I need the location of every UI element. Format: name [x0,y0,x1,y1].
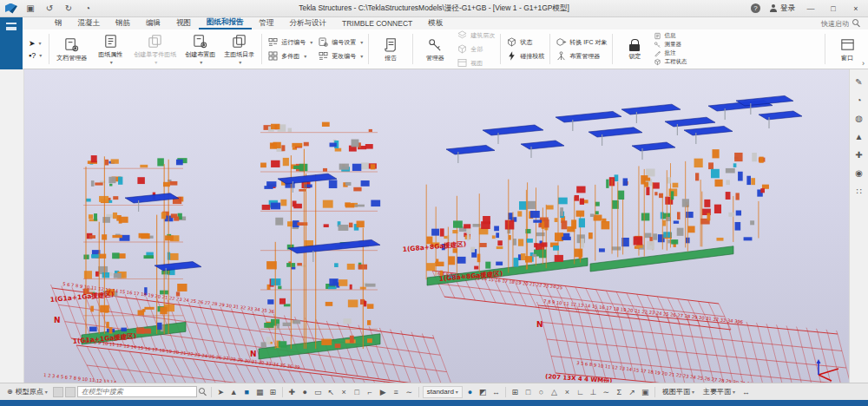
snap-point-icon[interactable]: Σ [614,386,625,398]
snap-toggle-icon[interactable]: ● [464,386,476,398]
snap-point-icon[interactable]: ↗ [627,386,638,398]
north-marker: N [54,316,61,324]
tab-template[interactable]: 模板 [420,17,450,29]
clash-check-button[interactable]: 碰撞校核 [503,50,547,62]
apps-icon[interactable]: ∷ [852,186,866,198]
snap-point-icon[interactable]: ∼ [601,386,612,398]
snap-point-icon[interactable]: ▣ [640,386,651,398]
grid-toggle-button[interactable] [53,387,63,397]
select-component-icon[interactable]: ▦ [254,386,266,398]
status-button[interactable]: 状态 [503,36,547,48]
select-tool-button[interactable]: ➤ [29,39,42,48]
quick-launch[interactable] [753,19,868,28]
select-assembly-icon[interactable]: ▲ [228,386,240,398]
snap-switch-icon[interactable]: ⌐ [365,386,376,398]
master-drawing-catalog-button[interactable]: 主图纸目录 [220,30,259,68]
convert-ifc-button[interactable]: 转换 IFC 对象 [553,36,609,48]
view-plane-dropdown[interactable]: 视图平面 [659,386,698,398]
measure-button[interactable]: 测量器 [654,41,687,49]
model-viewport[interactable]: 1(G1a+1Ga援建区) 1(G1a+1Ga援建区) 1(G8a+8Ga援建区… [24,69,849,383]
save-icon[interactable]: ▣ [24,3,36,13]
snap-point-icon[interactable]: × [562,386,573,398]
redo-icon[interactable]: ↻ [62,3,75,13]
project-status-button[interactable]: 工程状态 [654,58,687,66]
tab-manage[interactable]: 管理 [252,17,282,29]
organizer-button[interactable]: 管理器 [416,30,454,68]
origin-icon: ⊕ [7,388,13,396]
model-origin-dropdown[interactable]: ⊕ 模型原点 [3,386,51,398]
status-bar: ⊕ 模型原点 ➤ ▲ ■ ▦ ⊞ ✚ ● ▭ ↖ × □ ⌐ ▶ ≡ ∼ sta… [0,383,868,400]
snap-switch-icon[interactable]: ● [299,386,311,398]
help-icon[interactable]: ? [751,3,760,13]
master-catalog-label: 主图纸目录 [224,51,254,58]
snap-point-icon[interactable]: ∟ [575,386,586,398]
snap-point-icon[interactable]: △ [549,386,560,398]
select-object-icon[interactable]: ■ [241,386,253,398]
close-button[interactable]: × [849,4,863,13]
drawing-properties-button[interactable]: 图纸属性 [91,30,129,68]
lock-button[interactable]: 锁定 [615,30,654,68]
snap-point-icon[interactable]: ○ [536,386,547,398]
model-search-icon[interactable] [199,388,207,396]
history-icon[interactable]: ◔ [82,3,94,13]
reports-label: 报告 [385,55,397,62]
tab-concrete[interactable]: 混凝土 [70,17,108,29]
snap-switch-icon[interactable]: ↖ [326,386,337,398]
reports-button[interactable]: 报告 [372,30,410,68]
tab-analysis-design[interactable]: 分析与设计 [282,17,335,29]
snap-switch-icon[interactable]: ▶ [378,386,389,398]
create-ga-drawing-button[interactable]: 创建布置图 [181,30,220,68]
snap-point-icon[interactable]: □ [523,386,534,398]
select-all-icon[interactable]: ⊞ [267,386,279,398]
change-numbering-button[interactable]: 更改编号 [315,50,365,62]
left-gutter [0,69,24,383]
info-button[interactable]: 信息 [654,32,687,40]
select-mode-icon[interactable]: ➤ [215,386,227,398]
annotate-button[interactable]: 批注 [654,49,687,57]
plane-swap-icon[interactable]: ↔ [740,386,752,398]
select-filter-tool-button[interactable]: ▪? [29,51,42,60]
snap-point-icon[interactable]: ⊥ [588,386,599,398]
add-pane-icon[interactable]: ✚ [852,149,866,161]
numbering-settings-button[interactable]: 编号设置 [315,36,365,48]
undo-icon[interactable]: ↺ [43,3,56,13]
clash-check-label: 碰撞校核 [520,52,544,61]
tab-drawings-reports[interactable]: 图纸和报告 [199,17,252,29]
selection-filter-dropdown[interactable]: standard [423,386,463,398]
properties-icon[interactable]: ◉ [852,167,866,180]
tab-steel[interactable]: 钢 [47,17,70,29]
layout-manager-button[interactable]: 布置管理器 [553,50,609,62]
model-search-input[interactable] [77,386,197,397]
window-button[interactable]: 窗口 [828,30,866,68]
snap-switch-icon[interactable]: × [339,386,350,398]
pen-tool-icon[interactable]: ✎ [852,76,866,88]
snap-switch-icon[interactable]: ∼ [404,386,415,398]
tab-rebar[interactable]: 钢筋 [108,17,138,29]
snap-switch-icon[interactable]: □ [352,386,363,398]
minimize-button[interactable]: — [804,4,818,13]
drawing-properties-label: 图纸属性 [98,51,122,58]
main-plane-dropdown[interactable]: 主要平面 [700,386,739,398]
snap-switch-icon[interactable]: ▭ [312,386,324,398]
ortho-toggle-icon[interactable]: ◩ [477,386,489,398]
tab-trimble-connect[interactable]: TRIMBLE CONNECT [334,17,420,29]
plane-toggle-button[interactable] [65,387,76,397]
recent-icon[interactable]: ◔ [852,95,866,107]
document-manager-button[interactable]: 文档管理器 [52,30,91,68]
snap-switch-icon[interactable]: ≡ [391,386,402,398]
snap-switch-icon[interactable]: ✚ [286,386,298,398]
upload-icon[interactable]: ▲ [852,131,866,143]
snap-point-icon[interactable]: ⊞ [510,386,521,398]
run-numbering-button[interactable]: 运行编号 [265,36,315,48]
file-menu-strip[interactable] [0,17,23,69]
drag-toggle-icon[interactable]: ↔ [490,386,502,398]
quick-launch-input[interactable] [753,20,849,28]
tab-view[interactable]: 视图 [168,17,199,29]
multi-drawing-button[interactable]: 多件图 [265,50,315,62]
login-button[interactable]: 登录 [769,3,795,14]
hierarchy-view-label: 视图 [470,59,483,68]
maximize-button[interactable]: □ [826,4,840,13]
ribbon-expander[interactable]: › [862,59,865,68]
tab-edit[interactable]: 编辑 [138,17,168,29]
components-icon[interactable]: ◍ [852,113,866,125]
